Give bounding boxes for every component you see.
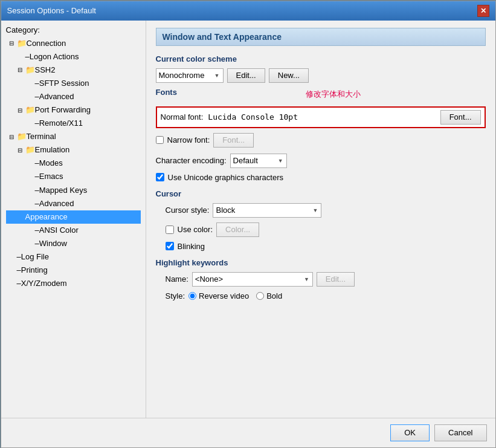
sidebar-item-label: Mapped Keys	[39, 184, 88, 197]
sidebar-item-label: Emulation	[35, 143, 70, 157]
right-panel: Window and Text Appearance Current color…	[146, 21, 495, 418]
sidebar-item-ssh2[interactable]: ⊟ 📁 SSH2	[6, 63, 141, 77]
sidebar-item-label: Printing	[21, 264, 48, 277]
use-color-label: Use color:	[178, 225, 213, 234]
sidebar-item-label: Window	[39, 237, 67, 250]
cancel-button[interactable]: Cancel	[434, 424, 486, 441]
bold-radio[interactable]	[256, 292, 264, 300]
cursor-section-label: Cursor	[156, 189, 486, 198]
sidebar-item-log-file[interactable]: – Log File	[6, 250, 141, 264]
narrow-font-checkbox[interactable]	[156, 136, 164, 144]
dash-icon: –	[35, 170, 39, 183]
edit-color-scheme-button[interactable]: Edit...	[227, 68, 265, 83]
reverse-video-radio-group: Reverse video	[188, 291, 249, 300]
sidebar-item-label: ANSI Color	[39, 224, 79, 237]
expand-icon: ⊟	[7, 38, 16, 48]
sidebar-item-appearance[interactable]: Appearance	[6, 210, 141, 224]
sidebar-item-label: Connection	[27, 37, 66, 50]
unicode-label: Use Unicode graphics characters	[168, 173, 283, 182]
unicode-checkbox[interactable]	[156, 173, 164, 181]
sidebar-item-sftp-session[interactable]: – SFTP Session	[6, 77, 141, 90]
dash-icon: –	[35, 237, 39, 250]
sidebar-item-terminal[interactable]: ⊟ 📁 Terminal	[6, 130, 141, 143]
blinking-label: Blinking	[178, 242, 205, 251]
sidebar-item-emulation[interactable]: ⊟ 📁 Emulation	[6, 143, 141, 157]
reverse-video-label: Reverse video	[199, 291, 249, 300]
dash-icon: –	[35, 90, 39, 103]
narrow-font-button[interactable]: Font...	[213, 133, 254, 148]
highlight-edit-button[interactable]: Edit...	[317, 272, 355, 287]
color-scheme-row: Monochrome VGA Solarized Dark Edit... Ne…	[156, 68, 486, 83]
highlight-name-dropdown-wrapper[interactable]: <None>	[192, 272, 313, 287]
encoding-row: Character encoding: Default UTF-8 ISO-88…	[156, 154, 486, 168]
dialog: Session Options - Default ✕ Category: ⊟ …	[1, 1, 496, 448]
dash-icon: –	[25, 50, 30, 63]
sidebar-item-label: SSH2	[35, 63, 56, 77]
sidebar-item-label: Modes	[39, 157, 63, 170]
color-scheme-select[interactable]: Monochrome VGA Solarized Dark	[156, 68, 224, 83]
category-label: Category:	[6, 25, 141, 34]
sidebar-item-emacs[interactable]: – Emacs	[6, 170, 141, 183]
color-button[interactable]: Color...	[216, 222, 259, 237]
folder-icon-ssh2: 📁	[25, 63, 35, 77]
highlight-name-label: Name:	[166, 274, 188, 284]
color-scheme-dropdown-wrapper[interactable]: Monochrome VGA Solarized Dark	[156, 68, 224, 83]
sidebar-item-label: Log File	[21, 250, 49, 264]
left-panel: Category: ⊟ 📁 Connection – Logon Actions…	[1, 21, 146, 418]
dash-icon: –	[35, 224, 39, 237]
expand-icon: ⊟	[16, 145, 24, 155]
sidebar-item-mapped-keys[interactable]: – Mapped Keys	[6, 184, 141, 197]
title-bar: Session Options - Default ✕	[1, 1, 495, 21]
cursor-style-dropdown-wrapper[interactable]: Block Underline Vertical Bar	[213, 203, 321, 218]
highlight-style-row: Style: Reverse video Bold	[156, 291, 486, 300]
sidebar-item-logon-actions[interactable]: – Logon Actions	[6, 50, 141, 63]
sidebar-item-label: SFTP Session	[39, 77, 89, 90]
fonts-section: Fonts 修改字体和大小 Normal font: Lucida Consol…	[156, 88, 486, 148]
folder-icon-connection: 📁	[17, 37, 27, 50]
encoding-label: Character encoding:	[156, 156, 227, 165]
panel-title: Window and Text Appearance	[156, 28, 486, 46]
sidebar-item-advanced-ssh2[interactable]: – Advanced	[6, 90, 141, 103]
normal-font-row: Normal font: Lucida Console 10pt Font...	[156, 106, 486, 128]
sidebar-item-modes[interactable]: – Modes	[6, 157, 141, 170]
sidebar-item-label: Terminal	[27, 130, 56, 143]
sidebar-item-label: Advanced	[39, 197, 74, 210]
sidebar-item-label: Remote/X11	[39, 117, 83, 130]
use-color-checkbox[interactable]	[166, 226, 174, 234]
sidebar-item-port-forwarding[interactable]: ⊟ 📁 Port Forwarding	[6, 103, 141, 117]
sidebar-item-connection[interactable]: ⊟ 📁 Connection	[6, 37, 141, 50]
highlight-section: Highlight keywords Name: <None> Edit... …	[156, 258, 486, 300]
fonts-section-label: Fonts	[156, 88, 177, 97]
encoding-dropdown-wrapper[interactable]: Default UTF-8 ISO-8859-1	[230, 154, 287, 168]
color-scheme-label: Current color scheme	[156, 54, 486, 63]
sidebar-item-advanced-terminal[interactable]: – Advanced	[6, 197, 141, 210]
sidebar-item-xy-zmodem[interactable]: – X/Y/Zmodem	[6, 277, 141, 290]
sidebar-item-ansi-color[interactable]: – ANSI Color	[6, 224, 141, 237]
encoding-select[interactable]: Default UTF-8 ISO-8859-1	[230, 154, 287, 168]
fonts-header-row: Fonts 修改字体和大小	[156, 88, 486, 102]
sidebar-item-remote-x11[interactable]: – Remote/X11	[6, 117, 141, 130]
dash-icon: –	[17, 250, 21, 264]
normal-font-button[interactable]: Font...	[440, 110, 481, 125]
blinking-checkbox[interactable]	[166, 242, 174, 250]
cursor-style-row: Cursor style: Block Underline Vertical B…	[156, 203, 486, 218]
sidebar-item-window[interactable]: – Window	[6, 237, 141, 250]
sidebar-item-printing[interactable]: – Printing	[6, 264, 141, 277]
highlight-name-select[interactable]: <None>	[192, 272, 313, 287]
unicode-row: Use Unicode graphics characters	[156, 173, 486, 182]
dash-icon: –	[17, 277, 21, 290]
cursor-section: Cursor Cursor style: Block Underline Ver…	[156, 189, 486, 251]
cursor-style-label: Cursor style:	[166, 206, 210, 215]
fonts-annotation: 修改字体和大小	[181, 89, 486, 100]
expand-icon: ⊟	[7, 132, 16, 142]
reverse-video-radio[interactable]	[188, 292, 196, 300]
folder-icon-pf: 📁	[25, 103, 35, 117]
dash-icon: –	[35, 184, 39, 197]
close-button[interactable]: ✕	[477, 5, 489, 17]
narrow-font-label: Narrow font:	[167, 135, 210, 144]
cursor-style-select[interactable]: Block Underline Vertical Bar	[213, 203, 321, 218]
dash-icon: –	[35, 117, 39, 130]
ok-button[interactable]: OK	[390, 424, 430, 441]
category-tree: ⊟ 📁 Connection – Logon Actions ⊟ 📁 SSH2	[6, 37, 141, 291]
new-color-scheme-button[interactable]: New...	[269, 68, 309, 83]
